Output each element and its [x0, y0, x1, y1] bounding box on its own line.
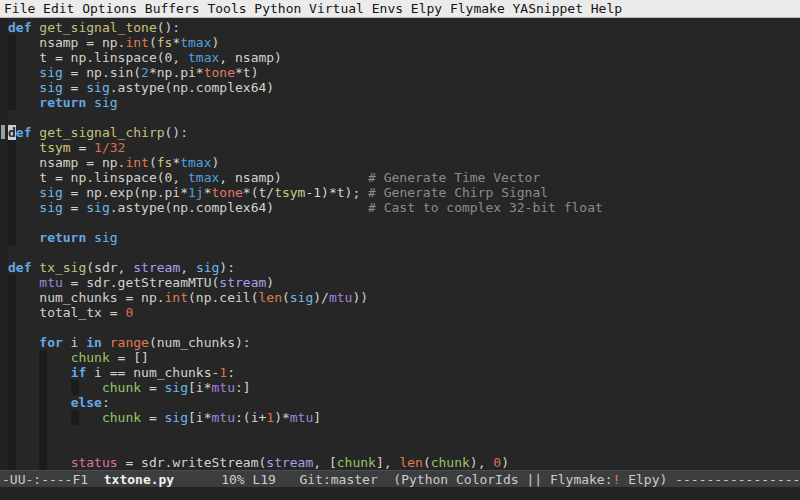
- code-token: =: [71, 140, 94, 155]
- menu-item-elpy[interactable]: Elpy: [411, 0, 442, 18]
- code-token: ): [212, 35, 220, 50]
- code-line: def tx_sig(sdr, stream, sig):: [8, 260, 800, 275]
- code-token: return: [39, 95, 86, 110]
- code-token: [i*: [188, 410, 211, 425]
- code-token: ): [266, 275, 274, 290]
- code-line: for i in range(num_chunks):: [8, 335, 800, 350]
- indent-guide: [39, 440, 47, 455]
- menu-item-tools[interactable]: Tools: [207, 0, 246, 18]
- code-token: 2: [141, 65, 149, 80]
- emacs-window: FileEditOptionsBuffersToolsPythonVirtual…: [0, 0, 800, 500]
- code-line: [8, 320, 800, 335]
- code-token: i == num_chunks-: [86, 365, 219, 380]
- mode-line-prefix: -UU-:----F1: [2, 472, 104, 487]
- code-token: [8, 380, 102, 395]
- echo-area[interactable]: [0, 487, 800, 500]
- menu-item-edit[interactable]: Edit: [43, 0, 74, 18]
- code-token: get_signal_chirp: [39, 125, 164, 140]
- code-token: nsamp = np.: [8, 155, 125, 170]
- code-token: stream: [266, 455, 313, 470]
- code-token: total_tx =: [8, 305, 125, 320]
- code-token: , nsamp): [219, 170, 368, 185]
- code-token: sig: [39, 185, 62, 200]
- menu-item-virtual-envs[interactable]: Virtual Envs: [309, 0, 403, 18]
- code-token: int: [125, 35, 148, 50]
- code-token: .astype(np.complex64): [110, 200, 368, 215]
- minor-modes[interactable]: (Python ColorIds || Flymake:: [378, 472, 613, 487]
- code-token: [i*: [188, 380, 211, 395]
- code-token: tone: [204, 65, 235, 80]
- code-token: (np.ceil(: [188, 290, 258, 305]
- code-token: mtu: [329, 290, 352, 305]
- code-token: = np.exp(np.pi*: [63, 185, 188, 200]
- code-token: *t): [235, 65, 258, 80]
- code-line: else:: [8, 395, 800, 410]
- code-token: sig: [94, 95, 117, 110]
- code-token: chunk: [102, 380, 141, 395]
- code-token: status: [71, 455, 118, 470]
- code-token: [8, 80, 39, 95]
- code-token: *(t/: [243, 185, 274, 200]
- code-token: [8, 230, 39, 245]
- code-token: :: [227, 365, 235, 380]
- code-token: 1: [219, 365, 227, 380]
- code-token: [8, 65, 39, 80]
- buffer-name[interactable]: txtone.py: [104, 472, 174, 487]
- menu-item-flymake[interactable]: Flymake: [450, 0, 505, 18]
- code-line: chunk = sig[i*mtu:]: [8, 380, 800, 395]
- code-token: ]: [313, 410, 321, 425]
- code-token: [86, 95, 94, 110]
- code-token: [8, 410, 102, 425]
- mode-line: -UU-:----F1 txtone.py 10% L19 Git:master…: [0, 470, 800, 487]
- code-token: sig: [165, 380, 188, 395]
- code-token: mtu: [290, 410, 313, 425]
- code-line: total_tx = 0: [8, 305, 800, 320]
- code-token: 1j: [188, 185, 204, 200]
- code-line: sig = np.sin(2*np.pi*tone*t): [8, 65, 800, 80]
- menu-item-file[interactable]: File: [4, 0, 35, 18]
- flymake-fringe-indicator: [1, 125, 5, 139]
- menu-item-help[interactable]: Help: [591, 0, 622, 18]
- code-token: )*: [274, 410, 290, 425]
- code-token: [102, 335, 110, 350]
- code-token: ():: [165, 125, 188, 140]
- code-line: t = np.linspace(0, tmax, nsamp) # Genera…: [8, 170, 800, 185]
- code-token: chunk: [431, 455, 470, 470]
- menu-item-options[interactable]: Options: [82, 0, 137, 18]
- code-token: sig: [39, 80, 62, 95]
- vc-branch[interactable]: Git:master: [299, 472, 377, 487]
- editor-area[interactable]: def get_signal_tone(): nsamp = np.int(fs…: [0, 18, 800, 470]
- code-line: status = sdr.writeStream(stream, [chunk]…: [8, 455, 800, 470]
- code-line: t = np.linspace(0, tmax, nsamp): [8, 50, 800, 65]
- code-token: tone: [212, 185, 243, 200]
- menu-item-python[interactable]: Python: [254, 0, 301, 18]
- code-token: for: [39, 335, 62, 350]
- code-token: else: [71, 395, 102, 410]
- code-line: chunk = []: [8, 350, 800, 365]
- code-token: :: [102, 395, 110, 410]
- code-token: in: [86, 335, 102, 350]
- code-token: [8, 350, 71, 365]
- code-token: ef: [16, 125, 32, 140]
- code-token: sig: [196, 260, 219, 275]
- code-token: ],: [376, 455, 399, 470]
- minor-modes-cont[interactable]: Elpy): [620, 472, 675, 487]
- code-token: t = np.linspace(0,: [8, 170, 188, 185]
- code-token: int: [125, 155, 148, 170]
- code-line: [8, 215, 800, 230]
- code-token: )/: [313, 290, 329, 305]
- code-line: def get_signal_tone():: [8, 20, 800, 35]
- code-token: mtu: [212, 410, 235, 425]
- code-token: tmax: [188, 170, 219, 185]
- code-token: 0: [493, 455, 501, 470]
- code-token: stream: [219, 275, 266, 290]
- text-cursor: d: [8, 125, 16, 140]
- menu-item-yasnippet[interactable]: YASnippet: [513, 0, 583, 18]
- menu-item-buffers[interactable]: Buffers: [145, 0, 200, 18]
- code-token: = np.sin(: [63, 65, 141, 80]
- code-token: ): [212, 155, 220, 170]
- code-token: [8, 140, 39, 155]
- code-token: # Generate Time Vector: [368, 170, 540, 185]
- code-token: 0: [125, 305, 133, 320]
- code-token: sig: [86, 200, 109, 215]
